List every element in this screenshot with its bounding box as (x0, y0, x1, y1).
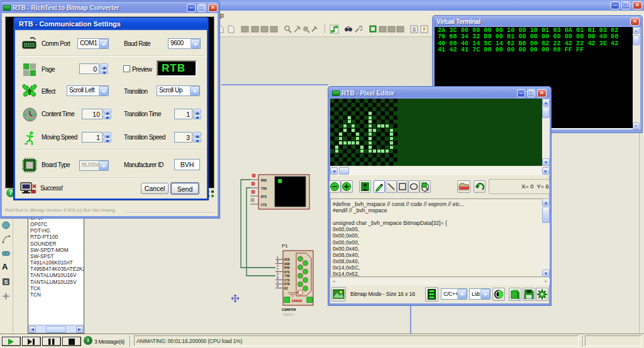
svg-text:1: 1 (277, 256, 279, 259)
svg-text:3: 3 (277, 273, 279, 276)
svg-text:ERROR: ERROR (292, 300, 303, 303)
svg-text:<TEXT>: <TEXT> (282, 313, 295, 317)
svg-text:2: 2 (277, 264, 279, 268)
svg-text:CTS: CTS (261, 204, 267, 207)
svg-text:DSR: DSR (284, 263, 290, 266)
svg-text:9: 9 (277, 285, 279, 288)
svg-text:RXD: RXD (284, 266, 290, 269)
svg-text:RTS: RTS (261, 195, 267, 199)
svg-text:COMPIM: COMPIM (282, 308, 296, 312)
svg-text:RXD: RXD (261, 179, 267, 183)
svg-text:RTS: RTS (284, 271, 290, 274)
svg-text:8: 8 (277, 276, 279, 280)
svg-text:S: S (4, 279, 8, 285)
svg-text:P1: P1 (282, 243, 288, 249)
svg-text:7: 7 (277, 268, 279, 271)
svg-text:TXD: TXD (261, 187, 267, 191)
svg-text:TXD: TXD (284, 275, 290, 278)
svg-text:DTR: DTR (284, 283, 290, 286)
svg-text:CTS: CTS (284, 279, 290, 282)
svg-text:6: 6 (277, 260, 279, 263)
svg-text:DCD: DCD (284, 258, 290, 261)
svg-text:S: S (413, 26, 416, 33)
svg-text:4: 4 (277, 281, 279, 284)
svg-text:RI: RI (284, 287, 288, 290)
